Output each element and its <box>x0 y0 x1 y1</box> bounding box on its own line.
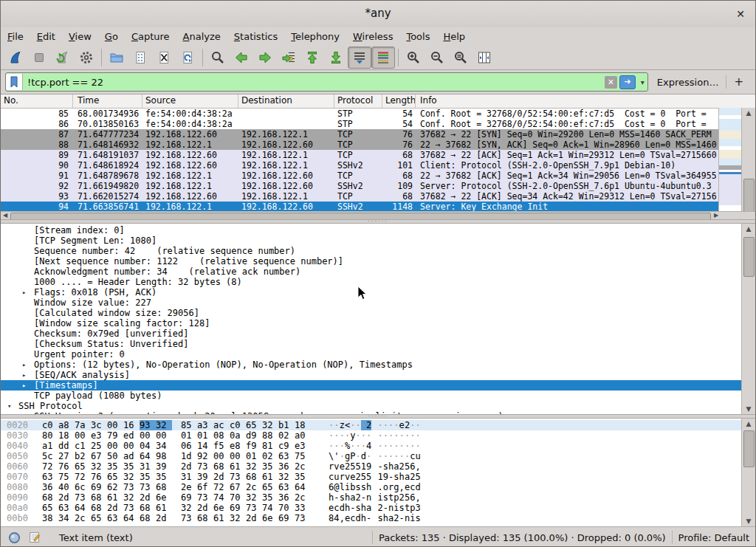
zoom-100-button[interactable] <box>449 47 472 69</box>
hex-byte[interactable]: 69 <box>91 482 107 492</box>
ascii-char[interactable]: · <box>345 430 350 441</box>
ascii-char[interactable]: - <box>383 503 388 513</box>
hex-byte[interactable]: 2c <box>75 513 91 523</box>
ascii-char[interactable]: a <box>405 472 410 482</box>
hex-byte[interactable]: 31 <box>140 461 156 472</box>
column-header-info[interactable]: Info <box>416 94 755 108</box>
hex-byte[interactable]: 00 <box>107 420 123 430</box>
menu-statistics[interactable]: Statistics <box>227 29 284 44</box>
scroll-down-icon[interactable]: ▼ <box>742 516 755 526</box>
ascii-char[interactable]: - <box>334 492 339 503</box>
hex-byte[interactable]: c9 <box>278 441 295 451</box>
ascii-char[interactable]: · <box>415 430 420 441</box>
ascii-char[interactable]: 6 <box>410 461 415 472</box>
ascii-char[interactable]: 5 <box>355 461 360 472</box>
hex-row-0080[interactable]: 008036406c69627373682e6f72672c6563646@li… <box>1 482 741 492</box>
ascii-char[interactable]: c <box>410 451 415 461</box>
hex-byte[interactable]: 35 <box>140 472 156 482</box>
hex-byte[interactable]: 65 <box>107 472 123 482</box>
menu-file[interactable]: File <box>1 29 30 44</box>
hex-byte[interactable]: 6c <box>75 482 91 492</box>
hex-byte[interactable]: 01 <box>181 430 197 441</box>
hex-byte[interactable]: 40 <box>58 482 75 492</box>
ascii-char[interactable]: l <box>340 482 345 492</box>
ascii-char[interactable]: 2 <box>410 472 415 482</box>
hex-byte[interactable]: 01 <box>246 451 262 461</box>
ascii-char[interactable]: e <box>345 513 350 523</box>
ascii-char[interactable]: · <box>355 420 360 430</box>
hex-byte[interactable]: 6e <box>213 503 230 513</box>
hex-byte[interactable]: 00 <box>123 441 140 451</box>
hex-byte[interactable]: 5c <box>42 451 58 461</box>
hex-byte[interactable]: 34 <box>58 513 75 523</box>
ascii-char[interactable]: g <box>394 482 399 492</box>
ascii-char[interactable]: - <box>388 472 394 482</box>
hex-byte[interactable]: 32 <box>91 461 107 472</box>
ascii-char[interactable]: 9 <box>366 461 371 472</box>
collapsed-arrow-icon[interactable]: ▸ <box>22 370 26 380</box>
packet-row-87[interactable]: 8771.647777234192.168.122.60192.168.122.… <box>1 129 755 140</box>
ascii-char[interactable]: r <box>388 482 394 492</box>
go-last-packet-button[interactable] <box>324 47 348 69</box>
packet-row-89[interactable]: 8971.648191037192.168.122.60192.168.122.… <box>1 150 755 160</box>
hex-byte[interactable]: 00 <box>140 430 156 441</box>
ascii-char[interactable]: · <box>350 420 355 430</box>
ascii-char[interactable]: , <box>415 492 420 503</box>
hex-byte[interactable]: 6e <box>156 492 172 503</box>
detail-line-1[interactable]: [TCP Segment Len: 1080] <box>1 235 741 246</box>
detail-line-3[interactable]: [Next sequence number: 1122 (relative se… <box>1 256 741 266</box>
scroll-left-icon[interactable]: ◀ <box>1 212 10 219</box>
hex-byte[interactable]: 2c <box>295 492 311 503</box>
ascii-char[interactable]: 5 <box>361 472 366 482</box>
ascii-char[interactable]: 2 <box>405 420 410 430</box>
ascii-char[interactable]: c <box>350 513 355 523</box>
collapsed-arrow-icon[interactable]: ▸ <box>22 359 26 370</box>
ascii-char[interactable]: · <box>355 430 360 441</box>
ascii-char[interactable]: u <box>334 472 339 482</box>
packet-row-85[interactable]: 8568.001734936fe:54:00:d4:38:2aSTP54Conf… <box>1 109 755 119</box>
hex-row-0050[interactable]: 00505c27b26750ad64981d92000001026375\'·g… <box>1 451 741 461</box>
hex-byte[interactable]: 85 <box>181 420 197 430</box>
hex-byte[interactable]: 72 <box>42 461 58 472</box>
ascii-char[interactable]: h <box>361 513 366 523</box>
hex-byte[interactable]: 61 <box>156 503 172 513</box>
collapsed-arrow-icon[interactable]: ▸ <box>22 287 26 297</box>
hex-byte[interactable]: d9 <box>246 430 262 441</box>
ascii-char[interactable]: r <box>329 461 334 472</box>
ascii-char[interactable]: c <box>334 503 339 513</box>
ascii-char[interactable]: e <box>399 420 405 430</box>
hex-byte[interactable]: 68 <box>42 492 58 503</box>
hex-byte[interactable]: 62 <box>107 482 123 492</box>
expanded-arrow-icon[interactable]: ▾ <box>7 401 11 411</box>
hex-byte[interactable]: 73 <box>181 513 197 523</box>
hex-byte[interactable]: 63 <box>42 472 58 482</box>
ascii-char[interactable]: · <box>410 420 415 430</box>
detail-line-16[interactable]: TCP payload (1080 bytes) <box>1 391 741 401</box>
packet-list-vscrollbar[interactable]: ▲ ▼ <box>741 108 755 224</box>
ascii-char[interactable]: e <box>329 503 334 513</box>
ascii-char[interactable]: b <box>350 482 355 492</box>
hex-byte[interactable]: 73 <box>230 472 246 482</box>
ascii-char[interactable]: 2 <box>355 472 360 482</box>
ascii-char[interactable]: h <box>329 492 334 503</box>
ascii-char[interactable]: - <box>399 513 405 523</box>
ascii-char[interactable]: 4 <box>334 513 339 523</box>
ascii-char[interactable]: 4 <box>366 441 371 451</box>
hex-row-00b0[interactable]: 00b038342c656364682d736861322d6e697384,e… <box>1 513 741 523</box>
ascii-char[interactable]: · <box>394 430 399 441</box>
details-vscrollbar[interactable]: ▲ ▼ <box>741 224 755 414</box>
ascii-char[interactable]: v <box>334 461 339 472</box>
hex-byte[interactable]: 35 <box>262 492 278 503</box>
hex-byte[interactable]: 67 <box>230 482 246 492</box>
hex-byte[interactable]: 68 <box>246 472 262 482</box>
packet-row-90[interactable]: 9071.648618924192.168.122.60192.168.122.… <box>1 160 755 171</box>
hex-byte[interactable]: 33 <box>295 503 311 513</box>
expression-button[interactable]: Expression… <box>648 77 726 88</box>
hex-byte[interactable]: 02 <box>278 430 295 441</box>
hex-byte[interactable]: 68 <box>91 503 107 513</box>
hex-row-0070[interactable]: 0070637572766532353531392d7368613235curv… <box>1 472 741 482</box>
hex-byte[interactable]: 69 <box>278 513 295 523</box>
hex-byte[interactable]: 3c <box>91 420 107 430</box>
hex-byte[interactable]: 35 <box>295 472 311 482</box>
hex-byte[interactable]: 61 <box>262 472 278 482</box>
